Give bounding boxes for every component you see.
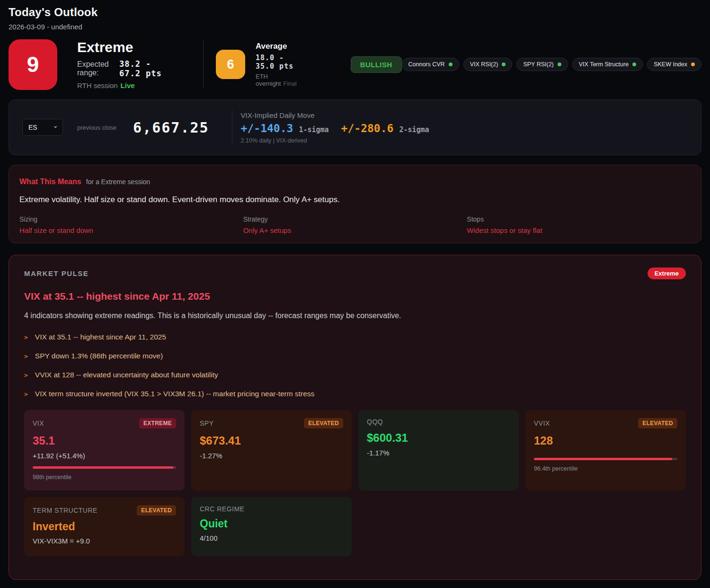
indicator-pill-skew-index[interactable]: SKEW Index — [647, 58, 701, 71]
chevron-right-icon: > — [24, 370, 28, 381]
status-dot-icon — [632, 62, 636, 66]
stat-change: 4/100 — [200, 534, 343, 542]
eth-session-type: ETH overnight — [256, 73, 281, 87]
stat-value: $673.41 — [200, 434, 343, 447]
market-pulse-status-badge: Extreme — [648, 267, 686, 279]
price-summary-card: ES ⌄ previous close 6,667.25 VIX-Implied… — [9, 99, 701, 155]
stat-change: -1.17% — [367, 449, 510, 457]
percentile-bar-fill — [534, 458, 672, 460]
market-pulse-summary: 4 indicators showing extreme readings. T… — [24, 312, 686, 320]
indicator-pill-connors-cvr[interactable]: Connors CVR — [402, 58, 459, 71]
stat-footnote: 96.4th percentile — [534, 465, 677, 472]
stat-change: -1.27% — [200, 452, 343, 460]
vix-implied-move-block: VIX-Implied Daily Move +/-140.3 1-sigma … — [241, 111, 429, 144]
bullet-text: VIX at 35.1 -- highest since Apr 11, 202… — [35, 332, 166, 342]
sigma1-label: 1-sigma — [299, 125, 328, 134]
stat-card-spy: SPY ELEVATED $673.41 -1.27% — [191, 410, 352, 490]
page-subtitle: 2026-03-09 - undefined — [9, 23, 701, 31]
stat-label: QQQ — [367, 418, 383, 426]
wtm-col-label: Sizing — [19, 215, 243, 223]
wtm-col-value: Half size or stand down — [19, 226, 243, 234]
indicator-pill-label: VIX RSI(2) — [470, 61, 498, 68]
market-pulse-bullet-list: > VIX at 35.1 -- highest since Apr 11, 2… — [24, 332, 686, 400]
wtm-col-sizing: Sizing Half size or stand down — [19, 215, 243, 234]
symbol-select[interactable]: ES — [22, 119, 63, 136]
bullet-text: VVIX at 128 -- elevated uncertainty abou… — [35, 370, 218, 380]
market-pulse-title: MARKET PULSE — [24, 269, 89, 277]
bullet-item: > SPY down 1.3% (86th percentile move) — [24, 351, 686, 362]
wtm-body: Extreme volatility. Half size or stand d… — [19, 195, 691, 205]
bullet-text: VIX term structure inverted (VIX 35.1 > … — [35, 389, 315, 399]
bias-badge: BULLISH — [351, 56, 402, 73]
sigma1-value: +/-140.3 — [241, 122, 293, 134]
status-dot-icon — [691, 62, 695, 66]
rth-range-label: Expected range: — [77, 60, 115, 77]
symbol-select-wrap: ES ⌄ — [22, 119, 63, 136]
indicator-pill-label: Connors CVR — [408, 61, 445, 68]
wtm-subtitle: for a Extreme session — [86, 178, 150, 186]
page-title: Today's Outlook — [9, 6, 701, 19]
indicator-pill-vix-rsi2[interactable]: VIX RSI(2) — [463, 58, 513, 71]
stat-footnote: 98th percentile — [33, 474, 176, 481]
wtm-col-stops: Stops Widest stops or stay flat — [467, 215, 691, 234]
stat-card-grid: VIX EXTREME 35.1 +11.92 (+51.4%) 98th pe… — [24, 410, 686, 556]
implied-move-title: VIX-Implied Daily Move — [241, 111, 429, 119]
indicator-pill-spy-rsi2[interactable]: SPY RSI(2) — [516, 58, 568, 71]
stat-label: TERM STRUCTURE — [33, 507, 98, 514]
indicator-pill-label: SKEW Index — [654, 61, 687, 68]
indicator-pills: Connors CVR VIX RSI(2) SPY RSI(2) VIX Te… — [402, 58, 701, 71]
wtm-col-label: Strategy — [243, 215, 467, 223]
stat-badge: ELEVATED — [137, 505, 176, 516]
stat-value: Inverted — [33, 520, 176, 533]
implied-move-footnote: 2.10% daily | VIX-derived — [241, 137, 429, 144]
chevron-right-icon: > — [24, 389, 28, 400]
rth-session-label: Extreme — [77, 39, 175, 55]
stat-value: Quiet — [200, 517, 343, 530]
stat-badge: ELEVATED — [638, 418, 677, 428]
prev-close-label: previous close — [77, 124, 116, 131]
wtm-col-value: Widest stops or stay flat — [467, 226, 691, 234]
page-header: Today's Outlook 2026-03-09 - undefined — [9, 6, 701, 31]
divider — [232, 110, 232, 144]
stat-card-term-structure: TERM STRUCTURE ELEVATED Inverted VIX-VIX… — [24, 497, 185, 556]
stat-value: $600.31 — [367, 431, 510, 445]
chevron-right-icon: > — [24, 351, 28, 362]
status-dot-icon — [502, 62, 506, 66]
wtm-title: What This Means — [19, 178, 81, 186]
rth-session-status: Live — [121, 81, 135, 89]
wtm-col-value: Only A+ setups — [243, 226, 467, 234]
eth-range-value: 18.0 - 35.0 pts — [256, 53, 306, 71]
bullet-item: > VIX term structure inverted (VIX 35.1 … — [24, 389, 686, 400]
stat-badge: ELEVATED — [304, 418, 343, 428]
session-score-row: 9 Extreme Expected range: 38.2 - 67.2 pt… — [9, 39, 701, 90]
rth-session-type: RTH session — [77, 81, 118, 89]
stat-card-vix: VIX EXTREME 35.1 +11.92 (+51.4%) 98th pe… — [24, 410, 185, 490]
what-this-means-card: What This Means for a Extreme session Ex… — [9, 165, 701, 243]
stat-value: 35.1 — [33, 434, 176, 447]
stat-value: 128 — [534, 434, 677, 447]
rth-session-block: Extreme Expected range: 38.2 - 67.2 pts … — [77, 39, 175, 89]
market-pulse-card: MARKET PULSE Extreme VIX at 35.1 -- high… — [9, 255, 701, 580]
stat-change: +11.92 (+51.4%) — [33, 452, 176, 460]
status-dot-icon — [558, 62, 561, 66]
stat-card-qqq: QQQ $600.31 -1.17% — [358, 410, 519, 490]
bullet-text: SPY down 1.3% (86th percentile move) — [35, 351, 163, 361]
indicator-pill-label: SPY RSI(2) — [523, 61, 553, 68]
eth-session-status: Final — [283, 80, 296, 87]
status-dot-icon — [449, 62, 453, 66]
section-divider — [203, 40, 204, 89]
prev-close-value: 6,667.25 — [133, 119, 209, 136]
sigma2-label: 2-sigma — [399, 125, 429, 134]
percentile-bar — [534, 458, 677, 460]
market-pulse-headline: VIX at 35.1 -- highest since Apr 11, 202… — [24, 291, 686, 302]
stat-label: VIX — [33, 419, 44, 427]
stat-card-vvix: VVIX ELEVATED 128 96.4th percentile — [525, 410, 686, 490]
indicator-pill-vix-term-structure[interactable]: VIX Term Structure — [572, 58, 643, 71]
stat-badge: EXTREME — [139, 418, 176, 428]
bullet-item: > VVIX at 128 -- elevated uncertainty ab… — [24, 370, 686, 381]
bullet-item: > VIX at 35.1 -- highest since Apr 11, 2… — [24, 332, 686, 343]
stat-label: SPY — [200, 419, 214, 427]
rth-range-value: 38.2 - 67.2 pts — [119, 59, 175, 78]
eth-session-label: Average — [256, 42, 306, 51]
eth-session-block: Average 18.0 - 35.0 pts ETH overnightFin… — [256, 42, 306, 87]
